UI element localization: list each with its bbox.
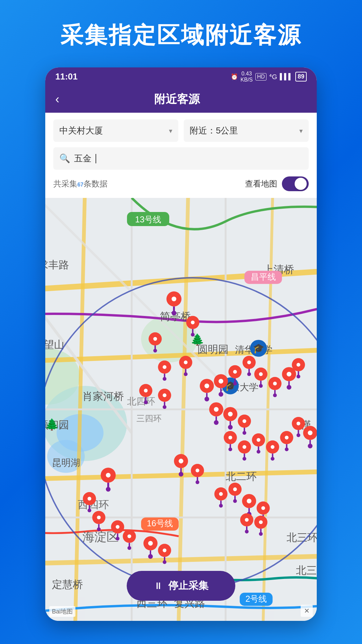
svg-point-190	[308, 444, 312, 448]
svg-point-78	[163, 377, 166, 381]
map-toggle-switch[interactable]	[282, 176, 309, 191]
svg-point-170	[243, 457, 246, 461]
svg-point-162	[243, 431, 246, 435]
svg-point-118	[287, 385, 291, 390]
svg-point-74	[153, 349, 157, 353]
battery-indicator: 89	[295, 72, 307, 82]
svg-point-140	[127, 534, 131, 538]
svg-point-136	[116, 525, 119, 529]
svg-text:北三环: 北三环	[296, 565, 317, 576]
svg-point-104	[247, 361, 251, 364]
baidu-watermark: Bai地图	[49, 606, 75, 617]
stats-suffix: 条数据	[83, 179, 108, 188]
svg-point-146	[148, 554, 153, 559]
svg-point-218	[179, 472, 183, 477]
svg-text:昌平线: 昌平线	[251, 272, 276, 281]
svg-point-148	[163, 548, 166, 552]
svg-point-116	[287, 372, 291, 376]
svg-point-126	[106, 487, 111, 492]
svg-text:16号线: 16号线	[147, 519, 173, 528]
location-dropdown-arrow: ▾	[169, 127, 172, 135]
svg-text:北四环: 北四环	[127, 396, 155, 407]
svg-point-194	[219, 504, 223, 507]
search-box[interactable]: 🔍 五金	[53, 147, 309, 170]
svg-point-128	[87, 497, 91, 500]
svg-text:三四环: 三四环	[136, 414, 162, 423]
svg-text:昆明湖: 昆明湖	[52, 458, 80, 468]
toggle-knob	[295, 178, 307, 190]
stop-collect-button[interactable]: ⏸ 停止采集	[127, 571, 235, 601]
network-icon: ⁴G	[269, 73, 277, 81]
status-icons: ⏰ 0.43KB/S HD ⁴G ▌▌▌ 89	[231, 71, 307, 83]
svg-point-160	[243, 419, 246, 423]
svg-point-204	[261, 506, 265, 510]
svg-point-138	[116, 537, 119, 540]
svg-point-110	[259, 384, 263, 388]
svg-point-94	[204, 397, 209, 401]
text-cursor	[96, 154, 96, 163]
svg-point-86	[144, 400, 147, 404]
map-area[interactable]: 求丰路 百望山 肖家河桥 颐和园 昆明湖 西四环 海淀区 定慧桥 西三环 复兴路…	[45, 198, 317, 621]
svg-text:肖家河桥: 肖家河桥	[82, 390, 124, 402]
svg-text:北三环: 北三环	[287, 532, 317, 543]
svg-point-196	[233, 487, 237, 491]
range-dropdown[interactable]: 附近：5公里 ▾	[184, 119, 309, 142]
svg-point-72	[153, 337, 157, 341]
svg-point-130	[87, 508, 91, 512]
svg-point-106	[247, 372, 251, 376]
svg-point-150	[163, 560, 166, 564]
range-dropdown-value: 附近：5公里	[190, 125, 238, 137]
svg-text:北二环: 北二环	[226, 471, 257, 482]
svg-point-144	[148, 541, 153, 546]
headline-text: 采集指定区域附近客源	[60, 20, 302, 51]
svg-point-192	[219, 492, 223, 496]
location-dropdown[interactable]: 中关村大厦 ▾	[53, 119, 178, 142]
svg-point-64	[172, 297, 176, 301]
hd-badge: HD	[255, 73, 266, 80]
svg-point-216	[179, 459, 183, 464]
svg-point-198	[233, 499, 237, 503]
svg-point-186	[297, 433, 300, 437]
svg-point-70	[191, 333, 194, 336]
status-time: 11:01	[55, 71, 78, 82]
svg-point-214	[259, 532, 263, 536]
close-map-button[interactable]: ✕	[301, 605, 313, 617]
phone-frame: 11:01 ⏰ 0.43KB/S HD ⁴G ▌▌▌ 89 ‹ 附近客源 中关村…	[45, 67, 317, 621]
svg-point-76	[163, 365, 166, 369]
page-title: 附近客源	[66, 92, 288, 107]
svg-point-174	[257, 450, 260, 453]
svg-point-210	[245, 530, 249, 533]
svg-point-222	[195, 480, 199, 484]
svg-point-172	[257, 438, 260, 442]
svg-point-114	[273, 393, 277, 397]
svg-point-96	[219, 379, 223, 383]
search-icon: 🔍	[59, 153, 70, 164]
svg-point-142	[127, 546, 131, 550]
svg-point-66	[172, 311, 176, 315]
svg-point-176	[271, 445, 275, 449]
svg-point-200	[247, 499, 251, 503]
svg-text:定慧桥: 定慧桥	[52, 579, 83, 590]
stats-prefix: 共采集	[53, 179, 77, 188]
range-dropdown-arrow: ▾	[299, 127, 303, 135]
speed-indicator: 0.43KB/S	[241, 71, 253, 83]
svg-point-98	[219, 392, 223, 397]
svg-point-108	[259, 372, 263, 376]
search-input[interactable]: 五金	[74, 153, 92, 164]
map-toggle-label: 查看地图	[245, 178, 277, 189]
svg-text:🎓: 🎓	[253, 343, 264, 354]
svg-point-212	[259, 520, 263, 524]
svg-point-124	[106, 473, 111, 478]
back-button[interactable]: ‹	[55, 92, 59, 106]
stats-info: 共采集67条数据	[53, 178, 108, 189]
stop-button-label: 停止采集	[168, 579, 208, 593]
svg-point-102	[233, 382, 237, 385]
svg-point-158	[228, 425, 233, 430]
svg-point-208	[245, 518, 249, 522]
svg-point-184	[297, 422, 300, 425]
svg-point-180	[285, 436, 289, 439]
svg-point-154	[214, 420, 219, 425]
svg-point-120	[297, 363, 300, 367]
svg-point-178	[271, 457, 275, 461]
svg-point-188	[308, 431, 312, 435]
